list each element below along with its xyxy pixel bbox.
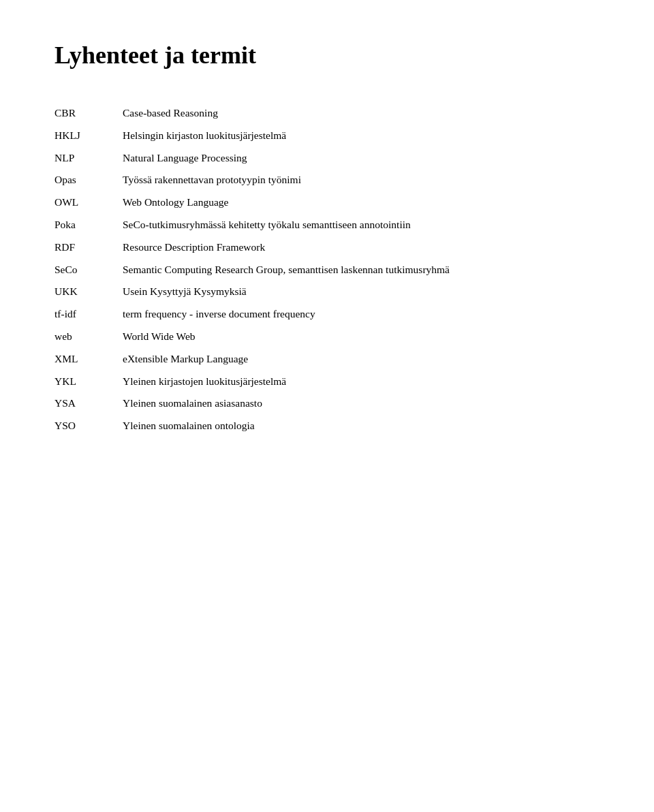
- glossary-row: HKLJHelsingin kirjaston luokitusjärjeste…: [54, 125, 600, 147]
- glossary-abbr: tf-idf: [54, 303, 123, 326]
- glossary-definition: Yleinen suomalainen asiasanasto: [123, 392, 600, 415]
- glossary-definition: term frequency - inverse document freque…: [123, 303, 600, 326]
- glossary-definition: Resource Description Framework: [123, 236, 600, 259]
- glossary-abbr: OWL: [54, 191, 123, 214]
- glossary-definition: SeCo-tutkimusryhmässä kehitetty työkalu …: [123, 214, 600, 236]
- glossary-row: PokaSeCo-tutkimusryhmässä kehitetty työk…: [54, 214, 600, 236]
- glossary-table: CBRCase-based ReasoningHKLJHelsingin kir…: [54, 102, 600, 437]
- glossary-row: OpasTyössä rakennettavan prototyypin työ…: [54, 169, 600, 191]
- glossary-definition: Yleinen suomalainen ontologia: [123, 415, 600, 437]
- glossary-row: RDFResource Description Framework: [54, 236, 600, 259]
- glossary-abbr: UKK: [54, 281, 123, 303]
- glossary-definition: Helsingin kirjaston luokitusjärjestelmä: [123, 125, 600, 147]
- glossary-row: YKLYleinen kirjastojen luokitusjärjestel…: [54, 371, 600, 393]
- glossary-definition: eXtensible Markup Language: [123, 348, 600, 371]
- glossary-abbr: HKLJ: [54, 125, 123, 147]
- glossary-abbr: YKL: [54, 371, 123, 393]
- glossary-row: CBRCase-based Reasoning: [54, 102, 600, 125]
- glossary-row: YSAYleinen suomalainen asiasanasto: [54, 392, 600, 415]
- page-title: Lyhenteet ja termit: [54, 41, 600, 69]
- glossary-abbr: XML: [54, 348, 123, 371]
- glossary-abbr: Poka: [54, 214, 123, 236]
- glossary-row: tf-idfterm frequency - inverse document …: [54, 303, 600, 326]
- glossary-row: NLPNatural Language Processing: [54, 147, 600, 170]
- glossary-definition: World Wide Web: [123, 326, 600, 348]
- glossary-abbr: RDF: [54, 236, 123, 259]
- glossary-abbr: Opas: [54, 169, 123, 191]
- glossary-abbr: YSO: [54, 415, 123, 437]
- glossary-row: OWLWeb Ontology Language: [54, 191, 600, 214]
- glossary-abbr: web: [54, 326, 123, 348]
- glossary-definition: Natural Language Processing: [123, 147, 600, 170]
- glossary-definition: Web Ontology Language: [123, 191, 600, 214]
- glossary-row: XMLeXtensible Markup Language: [54, 348, 600, 371]
- glossary-abbr: NLP: [54, 147, 123, 170]
- glossary-row: SeCoSemantic Computing Research Group, s…: [54, 259, 600, 281]
- glossary-definition: Työssä rakennettavan prototyypin työnimi: [123, 169, 600, 191]
- glossary-definition: Semantic Computing Research Group, seman…: [123, 259, 600, 281]
- glossary-row: UKKUsein Kysyttyjä Kysymyksiä: [54, 281, 600, 303]
- glossary-definition: Usein Kysyttyjä Kysymyksiä: [123, 281, 600, 303]
- glossary-definition: Case-based Reasoning: [123, 102, 600, 125]
- glossary-abbr: YSA: [54, 392, 123, 415]
- glossary-row: YSOYleinen suomalainen ontologia: [54, 415, 600, 437]
- glossary-abbr: CBR: [54, 102, 123, 125]
- page-wrapper: Lyhenteet ja termit CBRCase-based Reason…: [54, 41, 600, 812]
- glossary-row: webWorld Wide Web: [54, 326, 600, 348]
- glossary-abbr: SeCo: [54, 259, 123, 281]
- glossary-definition: Yleinen kirjastojen luokitusjärjestelmä: [123, 371, 600, 393]
